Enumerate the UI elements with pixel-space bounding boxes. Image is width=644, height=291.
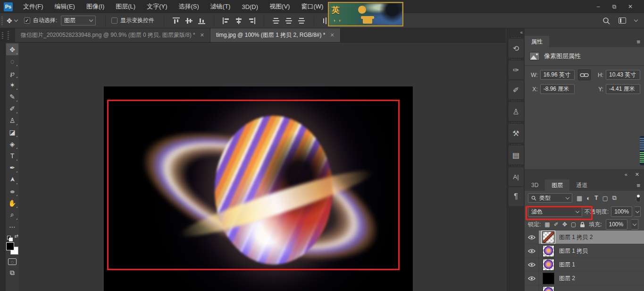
y-field[interactable]: -4.41 厘米 [606, 84, 640, 94]
menu-image[interactable]: 图像(I) [81, 0, 110, 13]
menu-filter[interactable]: 滤镜(T) [205, 0, 236, 13]
lock-all-icon[interactable] [580, 222, 585, 228]
close-icon[interactable]: ✕ [330, 32, 335, 38]
workspace-switcher-icon[interactable] [619, 17, 626, 24]
layer-thumbnail[interactable] [541, 244, 555, 257]
menu-3d[interactable]: 3D(D) [236, 0, 264, 13]
tab-properties[interactable]: 属性 [525, 36, 549, 47]
menu-select[interactable]: 选择(S) [173, 0, 204, 13]
move-tool[interactable]: ✥ [6, 43, 18, 55]
document-tab-1[interactable]: 微信图片_20200528233948.png @ 90.9% (图层 0 拷贝… [15, 28, 210, 42]
filter-shape-layers-icon[interactable]: ▢ [602, 195, 608, 202]
filter-adjustment-layers-icon[interactable]: ◐ [586, 195, 590, 202]
opacity-slider-button[interactable] [635, 206, 641, 217]
distribute-bottom-edges-button[interactable] [298, 17, 305, 24]
panel-menu-icon[interactable]: ≡ [636, 36, 644, 47]
visibility-toggle[interactable] [525, 231, 539, 244]
distribute-top-edges-button[interactable] [273, 17, 280, 24]
foreground-color-swatch[interactable] [6, 242, 14, 250]
filter-pixel-layers-icon[interactable]: ▦ [577, 195, 582, 202]
distribute-vertical-centers-button[interactable] [285, 17, 293, 24]
clone-stamp-tool[interactable]: ♙ [6, 114, 18, 126]
align-right-edges-button[interactable] [248, 17, 255, 24]
lock-artboard-icon[interactable]: ▢ [571, 221, 576, 228]
paragraph-panel-icon[interactable]: ¶ [509, 187, 524, 206]
menu-file[interactable]: 文件(F) [17, 0, 49, 13]
layer-row-partial[interactable] [525, 285, 644, 291]
hand-tool[interactable]: ✋ [6, 197, 18, 209]
tab-layers[interactable]: 图层 [545, 180, 569, 191]
overlay-ad-banner[interactable]: 英 , , [328, 2, 403, 26]
collapse-panel-icon[interactable]: « [625, 171, 627, 177]
document-tab-2[interactable]: timg.jpg @ 100% (图层 1 拷贝 2, RGB/8#) * ✕ [210, 28, 341, 42]
close-icon[interactable]: ✕ [200, 32, 204, 38]
history-panel-icon[interactable]: ⟲ [509, 39, 524, 58]
pen-tool[interactable]: ✒ [6, 162, 18, 173]
opacity-field[interactable]: 100% [611, 206, 632, 217]
eyedropper-tool[interactable]: ✎ [6, 91, 18, 103]
libraries-panel-icon[interactable]: ▤ [509, 146, 524, 164]
align-top-edges-button[interactable] [173, 17, 180, 24]
auto-select-checkbox[interactable]: ✓ [24, 17, 30, 24]
menu-edit[interactable]: 编辑(E) [49, 0, 81, 13]
align-left-edges-button[interactable] [223, 17, 230, 24]
layer-thumbnail[interactable] [541, 272, 555, 285]
restore-button[interactable]: ⧉ [606, 1, 622, 12]
more-tools-button[interactable]: ⋯ [6, 221, 18, 232]
lock-position-icon[interactable]: ✥ [562, 221, 567, 228]
x-field[interactable]: -8.96 厘米 [540, 84, 575, 94]
elliptical-marquee-tool[interactable]: ◌ [6, 55, 18, 67]
visibility-toggle[interactable] [525, 272, 539, 285]
fill-slider-button[interactable] [631, 219, 638, 230]
menu-layer[interactable]: 图层(L) [110, 0, 141, 13]
zoom-tool[interactable]: ⌕ [6, 209, 18, 221]
chevron-down-icon[interactable] [634, 18, 638, 22]
layer-name[interactable]: 图层 1 [559, 261, 575, 269]
brush-tool[interactable]: ✐ [6, 103, 18, 114]
quick-mask-button[interactable]: ◌ [8, 258, 17, 265]
panel-menu-icon[interactable]: ≡ [636, 180, 644, 191]
align-bottom-edges-button[interactable] [198, 17, 205, 24]
filter-type-layers-icon[interactable]: T [594, 195, 598, 201]
brushes-panel-icon[interactable]: ✐ [509, 80, 524, 99]
auto-select-target-dropdown[interactable]: 图层 [61, 16, 96, 26]
layer-row-3[interactable]: 图层 1 [525, 258, 644, 272]
screen-mode-button[interactable]: ⧉ [6, 267, 18, 279]
lock-transparency-icon[interactable]: ▦ [544, 221, 550, 228]
visibility-toggle[interactable] [525, 244, 539, 257]
layer-row-4[interactable]: 图层 2 [525, 272, 644, 285]
show-transform-checkbox[interactable] [111, 17, 117, 24]
layer-thumbnail[interactable] [541, 231, 555, 244]
width-field[interactable]: 16.96 英寸 [540, 70, 575, 80]
align-vertical-centers-button[interactable] [185, 17, 192, 24]
clone-source-panel-icon[interactable]: ♙ [509, 102, 524, 121]
type-tool[interactable]: T [6, 150, 18, 162]
close-button[interactable]: ✕ [622, 1, 638, 12]
filter-smart-objects-icon[interactable]: ⧉ [612, 194, 617, 202]
link-dimensions-button[interactable] [578, 69, 591, 80]
fill-field[interactable]: 100% [606, 219, 627, 230]
options-grip[interactable] [1, 17, 3, 25]
filter-toggle-switch[interactable] [636, 194, 641, 202]
lock-paint-icon[interactable]: ✐ [554, 221, 559, 228]
layer-name[interactable]: 图层 1 拷贝 [559, 247, 588, 255]
visibility-toggle[interactable] [525, 258, 539, 271]
layer-thumbnail[interactable] [541, 285, 555, 291]
filter-type-dropdown[interactable]: 类型 [528, 193, 572, 203]
shape-tool[interactable]: ● [6, 185, 18, 197]
search-icon[interactable] [602, 17, 610, 25]
tab-3d[interactable]: 3D [525, 180, 545, 191]
character-panel-icon[interactable]: A| [509, 167, 524, 186]
menu-window[interactable]: 窗口(W) [295, 0, 329, 13]
layer-row-2[interactable]: 图层 1 拷贝 [525, 244, 644, 258]
dock-grip[interactable] [6, 28, 15, 42]
close-panel-icon[interactable]: ✕ [635, 171, 639, 178]
eraser-tool[interactable]: ◪ [6, 126, 18, 138]
layer-name[interactable]: 图层 2 [559, 274, 575, 282]
magic-wand-tool[interactable]: ✶ [6, 79, 18, 91]
lasso-tool[interactable]: ℘ [6, 67, 18, 79]
collapse-panels-button[interactable]: « [507, 28, 525, 36]
tool-preset-picker[interactable]: ✥ [7, 17, 17, 25]
layer-name[interactable]: 图层 1 拷贝 2 [559, 233, 593, 241]
default-swap-colors[interactable]: ⇄ [7, 234, 17, 241]
